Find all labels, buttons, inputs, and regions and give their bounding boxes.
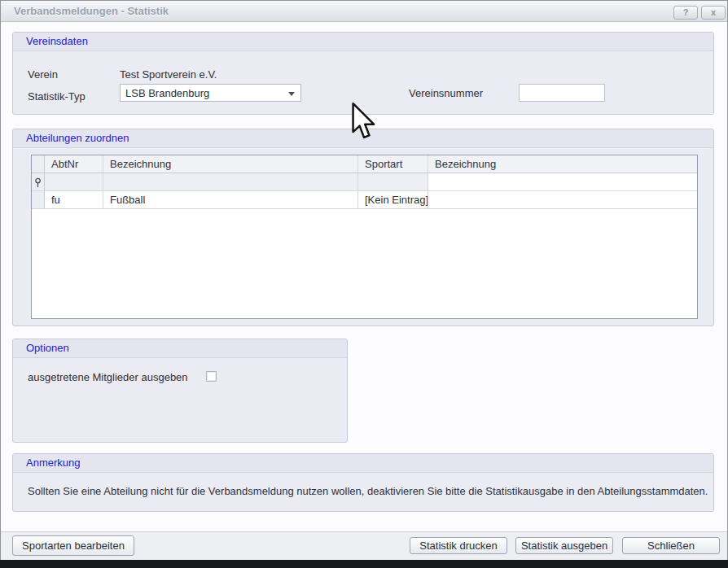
section-anmerkung: Anmerkung Sollten Sie eine Abteilung nic… bbox=[12, 453, 714, 512]
verein-value: Test Sportverein e.V. bbox=[120, 68, 217, 81]
footer-bar: Sportarten bearbeiten Statistik drucken … bbox=[1, 531, 727, 560]
column-header-bezeichnung2[interactable]: Bezeichnung bbox=[428, 155, 697, 173]
statistik-typ-dropdown[interactable]: LSB Brandenburg bbox=[120, 84, 301, 102]
filter-row-indicator bbox=[32, 173, 45, 190]
row-indicator bbox=[32, 191, 45, 208]
vereinsnummer-label: Vereinsnummer bbox=[409, 87, 483, 99]
grid-indicator-header bbox=[32, 155, 45, 173]
anmerkung-text: Sollten Sie eine Abteilung nicht für die… bbox=[28, 485, 708, 497]
grid-filter-row bbox=[32, 173, 697, 191]
section-anmerkung-header: Anmerkung bbox=[13, 454, 713, 473]
filter-cell-bezeichnung[interactable] bbox=[103, 173, 358, 190]
filter-cell-abtnr[interactable] bbox=[45, 173, 103, 190]
close-button[interactable]: x bbox=[701, 6, 726, 20]
section-abteilungen: Abteilungen zuordnen AbtNr Bezeichnung S… bbox=[12, 129, 714, 326]
cell-abtnr[interactable]: fu bbox=[45, 191, 103, 208]
filter-cell-sportart[interactable] bbox=[358, 173, 428, 190]
sportarten-bearbeiten-button[interactable]: Sportarten bearbeiten bbox=[12, 535, 134, 556]
statistik-typ-label: Statistik-Typ bbox=[28, 90, 86, 103]
help-button[interactable]: ? bbox=[673, 6, 698, 20]
section-abteilungen-header: Abteilungen zuordnen bbox=[13, 129, 713, 148]
column-header-bezeichnung[interactable]: Bezeichnung bbox=[103, 155, 358, 173]
column-header-abtnr[interactable]: AbtNr bbox=[45, 155, 103, 173]
schliessen-button[interactable]: Schließen bbox=[622, 537, 720, 554]
abteilungen-grid[interactable]: AbtNr Bezeichnung Sportart Bezeichnung bbox=[31, 155, 698, 319]
section-optionen-header: Optionen bbox=[13, 339, 347, 358]
title-bar[interactable]: Verbandsmeldungen - Statistik ? x bbox=[1, 1, 727, 22]
vereinsnummer-input[interactable] bbox=[519, 84, 605, 102]
dialog-window: Verbandsmeldungen - Statistik ? x Verein… bbox=[0, 0, 728, 560]
pin-icon bbox=[34, 177, 42, 188]
statistik-typ-selected-value: LSB Brandenburg bbox=[125, 87, 209, 99]
statistik-drucken-button[interactable]: Statistik drucken bbox=[410, 537, 507, 554]
section-optionen: Optionen ausgetretene Mitglieder ausgebe… bbox=[12, 339, 348, 443]
window-title: Verbandsmeldungen - Statistik bbox=[14, 5, 169, 17]
table-row[interactable]: fu Fußball [Kein Eintrag] bbox=[32, 191, 697, 209]
cell-sportart[interactable]: [Kein Eintrag] bbox=[358, 191, 428, 208]
ausgetretene-mitglieder-checkbox[interactable] bbox=[206, 371, 217, 382]
section-vereinsdaten-header: Vereinsdaten bbox=[13, 33, 713, 51]
grid-header-row: AbtNr Bezeichnung Sportart Bezeichnung bbox=[32, 155, 697, 173]
section-vereinsdaten: Vereinsdaten Verein Test Sportverein e.V… bbox=[12, 32, 714, 115]
chevron-down-icon bbox=[288, 92, 295, 96]
ausgetretene-mitglieder-label: ausgetretene Mitglieder ausgeben bbox=[28, 371, 188, 383]
statistik-ausgeben-button[interactable]: Statistik ausgeben bbox=[515, 537, 613, 554]
verein-label: Verein bbox=[28, 68, 58, 81]
cell-bezeichnung2[interactable] bbox=[428, 191, 697, 208]
cell-bezeichnung[interactable]: Fußball bbox=[103, 191, 358, 208]
column-header-sportart[interactable]: Sportart bbox=[358, 155, 428, 173]
filter-cell-bezeichnung2[interactable] bbox=[428, 173, 697, 190]
